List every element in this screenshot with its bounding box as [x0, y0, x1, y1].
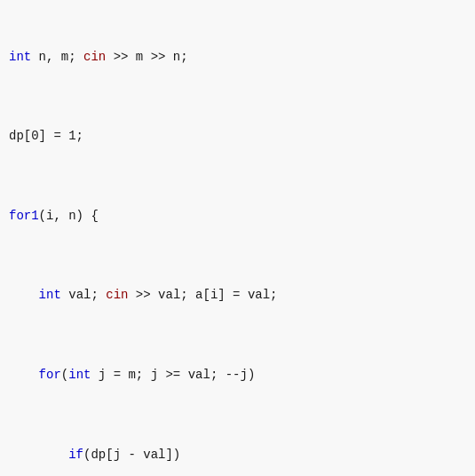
keyword-for: for	[39, 368, 61, 382]
code-line-2: dp[0] = 1;	[9, 126, 466, 146]
code-text: >> val; a[i] = val;	[128, 288, 277, 302]
code-text: (dp[j - val])	[83, 448, 180, 462]
code-indent	[9, 448, 68, 462]
code-line-5: for(int j = m; j >= val; --j)	[9, 365, 466, 385]
keyword-int2: int	[39, 288, 61, 302]
code-line-4: int val; cin >> val; a[i] = val;	[9, 285, 466, 305]
code-indent	[9, 368, 39, 382]
keyword-if: if	[68, 448, 83, 462]
keyword-int: int	[9, 50, 31, 64]
code-text: j = m; j >= val; --j)	[91, 368, 255, 382]
code-text: (i, n) {	[39, 209, 99, 223]
code-line-1: int n, m; cin >> m >> n;	[9, 47, 466, 67]
code-indent	[9, 288, 39, 302]
keyword-for1: for1	[9, 209, 39, 223]
keyword-int3: int	[68, 368, 91, 382]
code-text: (	[61, 368, 68, 382]
cin-keyword2: cin	[106, 288, 128, 302]
code-text: dp[0] = 1;	[9, 129, 83, 143]
code-editor: int n, m; cin >> m >> n; dp[0] = 1; for1…	[9, 7, 466, 476]
code-text: n, m;	[31, 50, 83, 64]
code-line-3: for1(i, n) {	[9, 206, 466, 226]
code-text: val;	[61, 288, 106, 302]
code-text: >> m >> n;	[106, 50, 187, 64]
code-line-6: if(dp[j - val])	[9, 445, 466, 464]
cin-keyword: cin	[83, 50, 106, 64]
